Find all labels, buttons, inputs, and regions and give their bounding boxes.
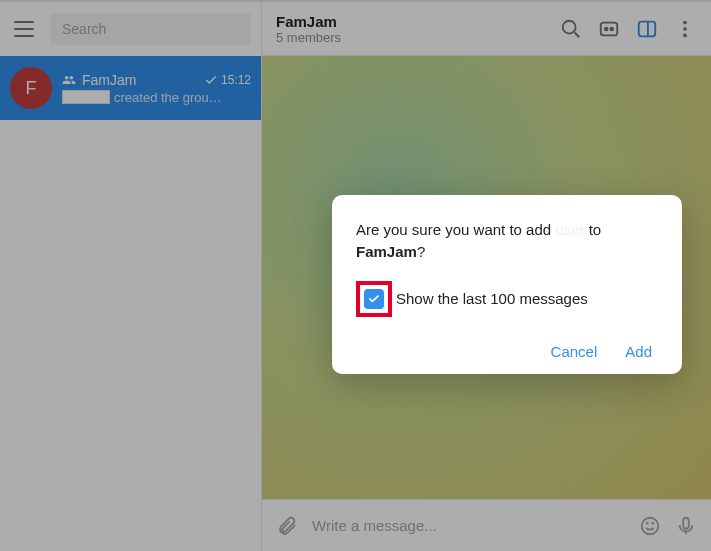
checkbox-highlight: [356, 281, 392, 317]
dialog-text-prefix: Are you sure you want to add: [356, 221, 555, 238]
show-last-messages-checkbox[interactable]: [364, 289, 384, 309]
checkbox-row: Show the last 100 messages: [356, 281, 658, 317]
dialog-actions: Cancel Add: [356, 343, 658, 360]
checkbox-label[interactable]: Show the last 100 messages: [396, 290, 588, 307]
dialog-message: Are you sure you want to add user to Fam…: [356, 219, 658, 263]
modal-overlay[interactable]: Are you sure you want to add user to Fam…: [0, 0, 711, 551]
dialog-qmark: ?: [417, 243, 425, 260]
cancel-button[interactable]: Cancel: [551, 343, 598, 360]
checkmark-icon: [367, 292, 381, 306]
dialog-group-name: FamJam: [356, 243, 417, 260]
dialog-text-user: user: [555, 221, 584, 238]
dialog-text-to: to: [584, 221, 601, 238]
add-button[interactable]: Add: [625, 343, 652, 360]
confirm-dialog: Are you sure you want to add user to Fam…: [332, 195, 682, 374]
